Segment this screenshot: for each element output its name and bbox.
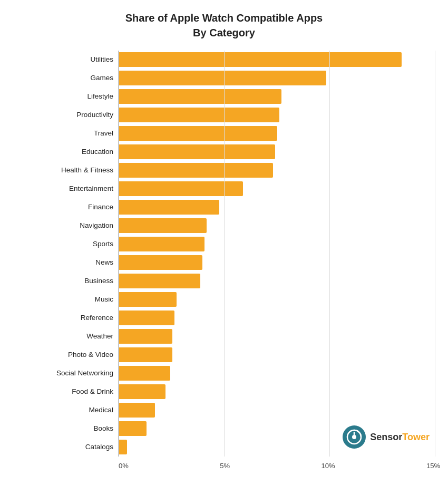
bar-label: Education (8, 148, 119, 156)
x-axis-label: 15% (426, 462, 440, 470)
bar-fill (119, 311, 174, 325)
bar-track (119, 274, 440, 288)
bar-row: Music (8, 290, 440, 308)
chart-container: UtilitiesGamesLifestyleProductivityTrave… (8, 51, 440, 470)
x-axis-label: 5% (220, 462, 230, 470)
bar-fill (119, 292, 177, 307)
sensor-tower-icon (343, 425, 366, 449)
bar-label: Medical (8, 406, 119, 414)
bar-label: News (8, 258, 119, 266)
bar-row: News (8, 254, 440, 271)
x-axis-label: 0% (119, 462, 129, 470)
x-axis: 0%5%10%15% (8, 460, 440, 470)
bar-label: Health & Fitness (8, 166, 119, 174)
bar-fill (119, 329, 172, 344)
chart-title: Share of Apple Watch Compatible Apps By … (125, 11, 323, 40)
bar-label: Entertainment (8, 185, 119, 192)
bar-fill (119, 144, 275, 159)
logo-text: SensorTower (370, 432, 430, 443)
x-axis-labels: 0%5%10%15% (119, 460, 440, 470)
bar-row: Lifestyle (8, 88, 440, 105)
bar-fill (119, 200, 219, 215)
bar-fill (119, 274, 200, 288)
bar-fill (119, 126, 277, 141)
bar-row: Reference (8, 309, 440, 326)
bar-label: Food & Drink (8, 387, 119, 395)
bar-row: Games (8, 69, 440, 86)
bar-track (119, 89, 440, 104)
bar-track (119, 108, 440, 122)
bar-label: Navigation (8, 221, 119, 229)
bar-fill (119, 71, 326, 85)
bar-label: Reference (8, 314, 119, 322)
bar-track (119, 144, 440, 159)
bar-fill (119, 181, 243, 196)
bar-fill (119, 52, 402, 67)
bar-label: Utilities (8, 55, 119, 63)
bar-label: Games (8, 74, 119, 82)
bar-label: Weather (8, 332, 119, 340)
bar-row: Travel (8, 124, 440, 142)
bar-label: Social Networking (8, 369, 119, 377)
bar-fill (119, 403, 155, 418)
bar-fill (119, 347, 172, 362)
bar-label: Books (8, 424, 119, 432)
bar-track (119, 237, 440, 251)
bar-track (119, 181, 440, 196)
x-axis-label: 10% (321, 462, 335, 470)
bar-track (119, 200, 440, 215)
bar-fill (119, 440, 127, 454)
bar-row: Food & Drink (8, 383, 440, 400)
bar-label: Sports (8, 240, 119, 248)
bar-row: Weather (8, 327, 440, 345)
bar-label: Lifestyle (8, 92, 119, 100)
bar-fill (119, 89, 281, 104)
sensor-tower-logo: SensorTower (343, 425, 430, 449)
bar-track (119, 384, 440, 399)
bar-fill (119, 237, 204, 251)
bar-label: Travel (8, 129, 119, 137)
chart-body: UtilitiesGamesLifestyleProductivityTrave… (8, 51, 440, 457)
bar-label: Productivity (8, 111, 119, 119)
bar-track (119, 292, 440, 307)
logo-tower: Tower (402, 432, 430, 442)
bar-label: Catalogs (8, 443, 119, 451)
chart-wrapper: UtilitiesGamesLifestyleProductivityTrave… (8, 51, 440, 470)
bar-track (119, 311, 440, 325)
bar-row: Education (8, 143, 440, 160)
bar-track (119, 329, 440, 344)
bar-label: Photo & Video (8, 351, 119, 358)
bar-track (119, 163, 440, 178)
bar-track (119, 218, 440, 233)
bar-track (119, 71, 440, 85)
bar-row: Navigation (8, 217, 440, 234)
bar-track (119, 255, 440, 270)
bar-label: Business (8, 277, 119, 285)
svg-point-1 (352, 435, 356, 439)
bar-fill (119, 384, 165, 399)
bar-track (119, 126, 440, 141)
bar-track (119, 403, 440, 418)
bar-fill (119, 366, 170, 381)
bar-row: Utilities (8, 51, 440, 68)
logo-sensor: Sensor (370, 432, 402, 442)
bar-row: Medical (8, 401, 440, 419)
bar-row: Entertainment (8, 180, 440, 197)
bar-fill (119, 163, 273, 178)
bar-row: Health & Fitness (8, 161, 440, 179)
bar-row: Productivity (8, 106, 440, 123)
bar-row: Photo & Video (8, 346, 440, 363)
bar-row: Social Networking (8, 364, 440, 382)
bar-fill (119, 255, 202, 270)
bar-label: Finance (8, 203, 119, 211)
bar-label: Music (8, 295, 119, 303)
bar-row: Sports (8, 235, 440, 253)
bar-track (119, 52, 440, 67)
bar-fill (119, 108, 279, 122)
bar-row: Finance (8, 198, 440, 216)
bar-row: Business (8, 272, 440, 289)
bar-track (119, 347, 440, 362)
bar-fill (119, 421, 147, 436)
bar-track (119, 366, 440, 381)
bar-fill (119, 218, 207, 233)
